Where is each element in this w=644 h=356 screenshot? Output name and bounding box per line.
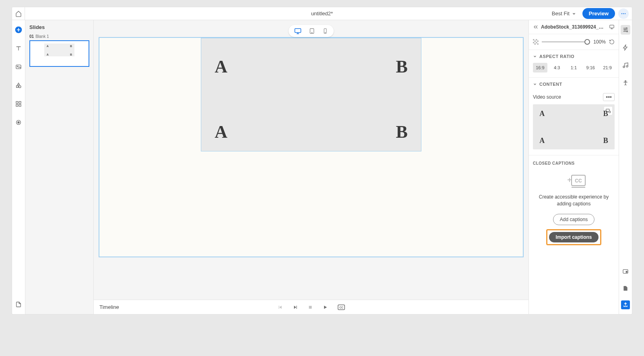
opacity-reset-button[interactable]: [609, 39, 615, 45]
note-icon: [15, 301, 22, 308]
device-desktop-button[interactable]: [294, 27, 301, 35]
aspect-ratio-header[interactable]: ASPECT RATIO: [529, 50, 619, 63]
svg-rect-19: [309, 306, 312, 308]
layout-panel-button[interactable]: [621, 267, 630, 276]
record-tool-button[interactable]: [14, 118, 23, 127]
ratio-9-16[interactable]: 9:16: [583, 63, 598, 72]
svg-point-33: [609, 111, 611, 113]
slide-item[interactable]: 01Blank 1 A B A B: [25, 33, 93, 68]
import-captions-button[interactable]: Import captions: [549, 232, 598, 242]
accessibility-icon: [622, 80, 629, 86]
ratio-1-1[interactable]: 1:1: [567, 63, 581, 72]
slide-thumbnail[interactable]: A B A B: [29, 40, 89, 67]
slide-number: 01: [29, 34, 34, 39]
svg-point-38: [626, 28, 627, 29]
svg-point-1: [623, 13, 624, 14]
record-icon: [15, 119, 22, 126]
shapes-tool-button[interactable]: [14, 81, 23, 90]
opacity-slider-thumb[interactable]: [584, 39, 590, 45]
ratio-16-9[interactable]: 16:9: [533, 63, 547, 72]
properties-panel-button[interactable]: [621, 25, 630, 35]
svg-rect-6: [17, 86, 19, 88]
svg-rect-22: [610, 25, 614, 28]
aspect-ratio-options: 16:9 4:3 1:1 9:16 21:9: [529, 63, 619, 77]
stop-icon: [308, 305, 313, 310]
slides-panel: Slides 01Blank 1 A B A B: [25, 20, 94, 314]
text-tool-button[interactable]: [14, 43, 23, 53]
slide-label: 01Blank 1: [29, 34, 89, 39]
media-tool-button[interactable]: [14, 62, 23, 72]
svg-rect-28: [533, 42, 535, 43]
ratio-4-3[interactable]: 4:3: [550, 63, 564, 72]
slides-header: Slides: [25, 20, 93, 33]
chevron-double-left-icon: [533, 24, 539, 30]
svg-rect-25: [536, 39, 537, 41]
svg-rect-10: [16, 104, 18, 106]
notes-button[interactable]: [14, 300, 23, 309]
share-button[interactable]: [621, 300, 630, 309]
svg-point-2: [625, 13, 625, 14]
video-source-thumbnail[interactable]: A B A B: [533, 104, 615, 149]
music-icon: [622, 62, 629, 68]
shapes-icon: [15, 82, 22, 89]
svg-point-0: [621, 13, 622, 14]
svg-point-13: [18, 122, 19, 123]
left-rail: [12, 20, 25, 314]
view-mode-select[interactable]: Best Fit: [549, 9, 579, 18]
widgets-icon: [15, 101, 22, 107]
svg-point-42: [626, 66, 628, 67]
svg-rect-26: [535, 41, 536, 42]
svg-point-39: [624, 29, 625, 31]
slide-canvas[interactable]: A B A B: [99, 37, 524, 257]
audio-panel-button[interactable]: [621, 60, 630, 70]
aspect-ratio-label: ASPECT RATIO: [539, 54, 574, 59]
svg-rect-8: [16, 101, 18, 103]
timeline-prev-button[interactable]: [277, 304, 283, 310]
svg-point-5: [17, 66, 19, 67]
add-slide-button[interactable]: [14, 25, 23, 35]
layout-icon: [622, 268, 629, 275]
add-captions-button[interactable]: Add captions: [553, 214, 594, 225]
svg-rect-14: [295, 29, 301, 33]
accessibility-panel-button[interactable]: [621, 78, 630, 88]
home-button[interactable]: [12, 7, 25, 20]
svg-text:+: +: [567, 176, 572, 184]
device-tablet-button[interactable]: [309, 27, 315, 35]
svg-point-43: [625, 81, 626, 82]
video-source-more-button[interactable]: •••: [603, 93, 615, 101]
right-rail-bottom: [621, 267, 630, 314]
animation-panel-button[interactable]: [621, 43, 630, 52]
content-header[interactable]: CONTENT: [529, 78, 619, 91]
reset-icon: [609, 39, 615, 45]
canvas-area[interactable]: A B A B: [94, 20, 528, 300]
svg-rect-29: [536, 42, 537, 43]
play-icon: [322, 304, 328, 310]
device-switcher: [289, 25, 334, 37]
timeline-label[interactable]: Timeline: [94, 304, 119, 310]
device-mobile-button[interactable]: [322, 27, 328, 35]
timeline-next-button[interactable]: [293, 304, 298, 310]
svg-point-16: [312, 32, 312, 33]
chevron-down-icon: [533, 54, 537, 58]
slide-name: Blank 1: [35, 34, 49, 39]
closed-captions-description: Create accessible experience by adding c…: [533, 194, 615, 207]
preview-button[interactable]: Preview: [582, 8, 615, 19]
opacity-slider[interactable]: [542, 41, 590, 42]
inspector-detach-button[interactable]: [609, 24, 615, 30]
import-captions-highlight: Import captions: [546, 229, 601, 245]
video-object[interactable]: A B A B: [201, 38, 421, 151]
inspector-back-button[interactable]: [533, 24, 539, 30]
svg-rect-30: [535, 43, 536, 45]
document-panel-button[interactable]: [621, 284, 630, 293]
canvas-column: A B A B Timeline CC: [94, 20, 528, 314]
ratio-21-9[interactable]: 21:9: [600, 63, 615, 72]
svg-rect-31: [537, 43, 539, 45]
video-content-letter: B: [396, 56, 407, 77]
desktop-icon: [294, 27, 301, 35]
timeline-play-button[interactable]: [322, 304, 328, 310]
more-button[interactable]: [618, 8, 629, 19]
widgets-tool-button[interactable]: [14, 99, 23, 109]
top-bar: untitled2* Best Fit Preview: [12, 7, 632, 20]
timeline-cc-button[interactable]: CC: [338, 304, 345, 310]
timeline-stop-button[interactable]: [308, 305, 313, 310]
